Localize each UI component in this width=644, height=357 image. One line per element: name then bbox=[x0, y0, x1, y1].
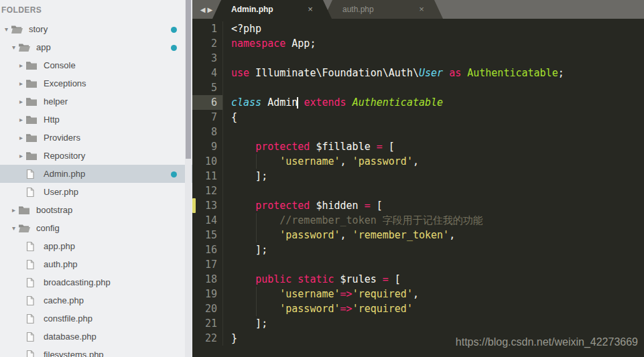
tree-item-exceptions[interactable]: ▸Exceptions bbox=[0, 74, 192, 92]
code-line[interactable]: 3 bbox=[192, 51, 644, 66]
code-line[interactable]: 10 'username', 'password', bbox=[192, 154, 644, 169]
file-icon bbox=[25, 313, 39, 324]
tree-item-admin-php[interactable]: Admin.php bbox=[0, 165, 192, 183]
tab-bar: ◀ ▶ Admin.php × auth.php × bbox=[192, 0, 644, 19]
tree-item-broadcasting-php[interactable]: broadcasting.php bbox=[0, 273, 192, 291]
close-icon[interactable]: × bbox=[305, 4, 316, 15]
code-line[interactable]: 2namespace App; bbox=[192, 36, 644, 51]
code-line[interactable]: 17 bbox=[192, 257, 644, 272]
code-text: 'password'=>'required' bbox=[223, 301, 413, 316]
sidebar-scrollbar-track[interactable] bbox=[185, 0, 192, 357]
chevron-right-icon[interactable]: ▸ bbox=[17, 62, 25, 69]
tree-item-database-php[interactable]: database.php bbox=[0, 328, 192, 346]
chevron-down-icon[interactable]: ▾ bbox=[9, 224, 18, 232]
code-line[interactable]: 1<?php bbox=[192, 21, 644, 36]
code-line[interactable]: 20 'password'=>'required' bbox=[192, 301, 644, 316]
folder-icon bbox=[18, 204, 31, 216]
code-editor[interactable]: 1<?php2namespace App;34use Illuminate\Fo… bbox=[192, 19, 644, 357]
tree-item-app-php[interactable]: app.php bbox=[0, 237, 192, 255]
tree-item-label: bootstrap bbox=[36, 205, 72, 215]
modified-dot bbox=[171, 45, 177, 51]
line-number: 14 bbox=[192, 213, 223, 228]
chevron-right-icon[interactable]: ▸ bbox=[17, 80, 25, 87]
tree-item-auth-php[interactable]: auth.php bbox=[0, 255, 192, 273]
code-line[interactable]: 9 protected $fillable = [ bbox=[192, 139, 644, 154]
file-icon bbox=[25, 259, 39, 270]
sidebar: FOLDERS ▾story▾app▸Console▸Exceptions▸he… bbox=[0, 0, 192, 357]
tree-item-http[interactable]: ▸Http bbox=[0, 111, 192, 129]
folder-icon bbox=[25, 78, 39, 89]
tree-item-label: Providers bbox=[44, 133, 80, 143]
line-number: 5 bbox=[192, 80, 223, 95]
code-text: public static $rules = [ bbox=[223, 272, 401, 287]
folder-open-icon bbox=[18, 222, 31, 234]
tree-item-filesystems-php[interactable]: filesystems.php bbox=[0, 346, 192, 357]
file-icon bbox=[25, 331, 39, 342]
code-text: 'password', 'remember_token', bbox=[223, 228, 455, 242]
code-text: { bbox=[223, 110, 237, 125]
tree-item-providers[interactable]: ▸Providers bbox=[0, 129, 192, 147]
code-line[interactable]: 11 ]; bbox=[192, 169, 644, 184]
tree-item-user-php[interactable]: User.php bbox=[0, 183, 192, 201]
code-line[interactable]: 16 ]; bbox=[192, 242, 644, 257]
line-number: 12 bbox=[192, 184, 223, 198]
tree-item-helper[interactable]: ▸helper bbox=[0, 92, 192, 111]
modified-dot bbox=[171, 27, 177, 33]
code-line[interactable]: 12 bbox=[192, 184, 644, 198]
file-icon bbox=[25, 349, 39, 357]
tab-label: auth.php bbox=[342, 5, 374, 14]
tree-item-label: app bbox=[36, 42, 51, 52]
tab-admin-php[interactable]: Admin.php × bbox=[212, 0, 332, 19]
editor-pane: ◀ ▶ Admin.php × auth.php × 1<?php2namesp… bbox=[192, 0, 644, 357]
chevron-right-icon[interactable]: ▸ bbox=[17, 152, 25, 159]
tree-item-config[interactable]: ▾config bbox=[0, 219, 192, 237]
sublime-window: FOLDERS ▾story▾app▸Console▸Exceptions▸he… bbox=[0, 0, 644, 357]
prev-tab-icon[interactable]: ◀ bbox=[200, 6, 206, 13]
tree-item-repository[interactable]: ▸Repository bbox=[0, 147, 192, 165]
tree-item-label: auth.php bbox=[44, 259, 78, 269]
code-line[interactable]: 19 'username'=>'required', bbox=[192, 287, 644, 301]
tree-item-label: cache.php bbox=[44, 295, 84, 305]
tree-item-constfile-php[interactable]: constfile.php bbox=[0, 309, 192, 328]
line-number: 4 bbox=[192, 66, 223, 80]
tree-item-label: story bbox=[29, 24, 48, 34]
tree-item-bootstrap[interactable]: ▸bootstrap bbox=[0, 201, 192, 219]
tree-item-label: config bbox=[36, 223, 60, 233]
close-icon[interactable]: × bbox=[416, 4, 427, 15]
code-line[interactable]: 13 protected $hidden = [ bbox=[192, 198, 644, 213]
line-number: 8 bbox=[192, 125, 223, 139]
bookmark-marker bbox=[192, 198, 196, 213]
code-text: ]; bbox=[223, 242, 267, 257]
code-line[interactable]: 7{ bbox=[192, 110, 644, 125]
line-number: 3 bbox=[192, 51, 223, 66]
chevron-down-icon[interactable]: ▾ bbox=[9, 44, 18, 51]
file-icon bbox=[25, 168, 39, 180]
tree-item-story[interactable]: ▾story bbox=[0, 20, 192, 38]
folder-open-icon bbox=[11, 23, 24, 35]
file-icon bbox=[25, 186, 39, 198]
tree-item-console[interactable]: ▸Console bbox=[0, 56, 192, 74]
chevron-right-icon[interactable]: ▸ bbox=[17, 98, 25, 105]
chevron-right-icon[interactable]: ▸ bbox=[17, 116, 25, 123]
tab-label: Admin.php bbox=[231, 5, 273, 14]
code-line[interactable]: 15 'password', 'remember_token', bbox=[192, 228, 644, 242]
tree-item-label: Console bbox=[44, 60, 76, 70]
code-line[interactable]: 18 public static $rules = [ bbox=[192, 272, 644, 287]
line-number: 9 bbox=[192, 139, 223, 154]
code-line[interactable]: 8 bbox=[192, 125, 644, 139]
chevron-down-icon[interactable]: ▾ bbox=[2, 25, 11, 33]
chevron-right-icon[interactable]: ▸ bbox=[17, 134, 25, 141]
tree-item-app[interactable]: ▾app bbox=[0, 38, 192, 56]
code-line[interactable]: 4use Illuminate\Foundation\Auth\User as … bbox=[192, 66, 644, 80]
chevron-right-icon[interactable]: ▸ bbox=[9, 206, 18, 214]
next-tab-icon[interactable]: ▶ bbox=[208, 6, 213, 13]
sidebar-scrollbar-thumb[interactable] bbox=[186, 0, 191, 159]
code-lines: 1<?php2namespace App;34use Illuminate\Fo… bbox=[192, 19, 644, 346]
code-line[interactable]: 5 bbox=[192, 80, 644, 95]
tree-item-cache-php[interactable]: cache.php bbox=[0, 291, 192, 309]
code-line[interactable]: 14 //remember_token 字段用于记住我的功能 bbox=[192, 213, 644, 228]
code-line[interactable]: 21 ]; bbox=[192, 316, 644, 331]
tab-auth-php[interactable]: auth.php × bbox=[324, 0, 443, 19]
code-line[interactable]: 6class Admin extends Authenticatable bbox=[192, 95, 644, 110]
tree-item-label: User.php bbox=[44, 187, 78, 197]
